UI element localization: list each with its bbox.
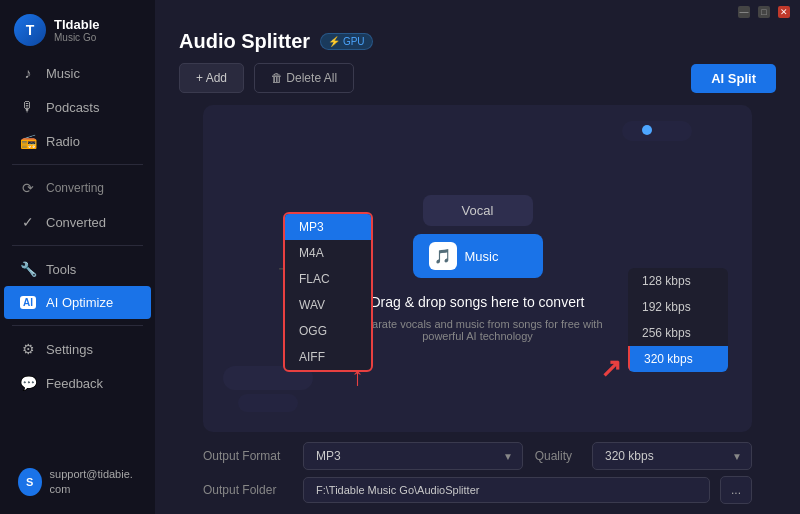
drop-subtext: Separate vocals and music from songs for… [338,318,618,342]
sidebar-item-label: Podcasts [46,100,99,115]
output-format-label: Output Format [203,449,293,463]
sidebar-item-label: Tools [46,262,76,277]
drop-text: Drag & drop songs here to convert [370,294,584,310]
titlebar: — □ ✕ [155,0,800,24]
format-option-ogg[interactable]: OGG [285,318,371,344]
app-sub: Music Go [54,32,100,43]
radio-icon: 📻 [20,133,36,149]
maximize-button[interactable]: □ [758,6,770,18]
app-name: TIdable [54,17,100,32]
logo-icon: T [14,14,46,46]
divider [12,164,143,165]
sidebar-item-settings[interactable]: ⚙ Settings [4,332,151,366]
output-format-select-wrapper: MP3 M4A FLAC WAV ▼ [303,442,523,470]
settings-icon: ⚙ [20,341,36,357]
quality-option-128[interactable]: 128 kbps [628,268,728,294]
main-content: — □ ✕ Audio Splitter ⚡ GPU + Add 🗑 Delet… [155,0,800,514]
divider [12,245,143,246]
format-option-mp3[interactable]: MP3 [285,214,371,240]
format-option-aiff[interactable]: AIFF [285,344,371,370]
drop-illustration: Vocal 🎵 Music Drag & drop songs here to … [338,195,618,342]
browse-button[interactable]: ... [720,476,752,504]
add-button[interactable]: + Add [179,63,244,93]
blue-dot [642,125,652,135]
tools-icon: 🔧 [20,261,36,277]
cloud-decoration [223,366,313,412]
toolbar: + Add 🗑 Delete All AI Split [155,63,800,105]
close-button[interactable]: ✕ [778,6,790,18]
format-option-m4a[interactable]: M4A [285,240,371,266]
divider [12,325,143,326]
app-logo: T TIdable Music Go [0,0,155,56]
gpu-badge: ⚡ GPU [320,33,372,50]
converted-icon: ✓ [20,214,36,230]
sidebar-item-label: Converting [46,181,104,195]
sidebar: T TIdable Music Go ♪ Music 🎙 Podcasts 📻 … [0,0,155,514]
folder-path: F:\Tidable Music Go\AudioSplitter [303,477,710,503]
page-header: Audio Splitter ⚡ GPU [155,24,800,63]
sidebar-bottom: S support@tidabie.com [0,449,155,514]
format-option-wav[interactable]: WAV [285,292,371,318]
sidebar-item-podcasts[interactable]: 🎙 Podcasts [4,90,151,124]
sidebar-item-label: Settings [46,342,93,357]
bottom-options: Output Format MP3 M4A FLAC WAV ▼ Quality… [179,432,776,514]
quality-select-wrapper: 128 kbps 192 kbps 256 kbps 320 kbps ▼ [592,442,752,470]
quality-dropdown[interactable]: 128 kbps 192 kbps 256 kbps 320 kbps [628,268,728,372]
sidebar-item-label: AI Optimize [46,295,113,310]
folder-row: Output Folder F:\Tidable Music Go\AudioS… [203,476,752,504]
podcasts-icon: 🎙 [20,99,36,115]
ai-split-button[interactable]: AI Split [691,64,776,93]
sidebar-item-ai-optimize[interactable]: AI AI Optimize [4,286,151,319]
format-dropdown[interactable]: MP3 M4A FLAC WAV OGG AIFF [283,212,373,372]
quality-label: Quality [535,449,572,463]
page-title-row: Audio Splitter ⚡ GPU [179,30,373,53]
drop-area[interactable]: + Vocal 🎵 Music Drag & drop songs here t… [203,105,752,432]
format-row: Output Format MP3 M4A FLAC WAV ▼ Quality… [203,442,752,470]
page-title: Audio Splitter [179,30,310,53]
sidebar-item-tools[interactable]: 🔧 Tools [4,252,151,286]
converting-icon: ⟳ [20,180,36,196]
sidebar-item-label: Feedback [46,376,103,391]
music-card-icon: 🎵 [429,242,457,270]
feedback-icon: 💬 [20,375,36,391]
music-card: 🎵 Music [413,234,543,278]
avatar: S [18,468,42,496]
user-avatar-section[interactable]: S support@tidabie.com [4,457,151,506]
delete-all-button[interactable]: 🗑 Delete All [254,63,354,93]
sidebar-item-converting[interactable]: ⟳ Converting [4,171,151,205]
quality-select[interactable]: 128 kbps 192 kbps 256 kbps 320 kbps [592,442,752,470]
sidebar-item-feedback[interactable]: 💬 Feedback [4,366,151,400]
sidebar-item-music[interactable]: ♪ Music [4,56,151,90]
quality-option-256[interactable]: 256 kbps [628,320,728,346]
quality-option-192[interactable]: 192 kbps [628,294,728,320]
quality-arrow-indicator: ↗ [600,353,622,384]
quality-option-320[interactable]: 320 kbps [628,346,728,372]
sidebar-item-converted[interactable]: ✓ Converted [4,205,151,239]
format-option-flac[interactable]: FLAC [285,266,371,292]
cloud-decoration-right [622,121,692,141]
sidebar-item-label: Music [46,66,80,81]
output-format-select[interactable]: MP3 M4A FLAC WAV [303,442,523,470]
sidebar-item-radio[interactable]: 📻 Radio [4,124,151,158]
vocal-card: Vocal [423,195,533,226]
sidebar-item-label: Converted [46,215,106,230]
minimize-button[interactable]: — [738,6,750,18]
user-email: support@tidabie.com [50,467,137,496]
output-folder-label: Output Folder [203,483,293,497]
ai-icon: AI [20,296,36,309]
sidebar-item-label: Radio [46,134,80,149]
music-icon: ♪ [20,65,36,81]
